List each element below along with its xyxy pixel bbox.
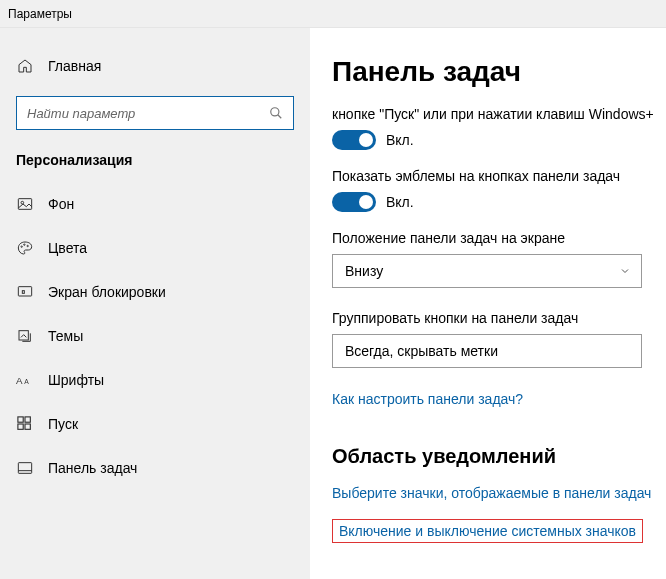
home-nav-item[interactable]: Главная	[0, 46, 310, 86]
svg-text:A: A	[24, 378, 29, 385]
sidebar: Главная Персонализация Фон Цвета	[0, 28, 310, 579]
category-title: Персонализация	[0, 130, 310, 182]
sidebar-item-label: Экран блокировки	[48, 284, 166, 300]
toggle-state-label: Вкл.	[386, 132, 414, 148]
svg-rect-16	[25, 424, 30, 429]
svg-rect-15	[18, 424, 23, 429]
svg-rect-14	[25, 417, 30, 422]
sidebar-item-start[interactable]: Пуск	[0, 402, 310, 446]
svg-text:A: A	[16, 375, 23, 386]
notification-area-heading: Область уведомлений	[332, 445, 666, 468]
window-title: Параметры	[8, 7, 72, 21]
window-titlebar: Параметры	[0, 0, 666, 28]
themes-icon	[16, 327, 34, 345]
picture-icon	[16, 195, 34, 213]
sidebar-item-label: Шрифты	[48, 372, 104, 388]
sidebar-item-label: Пуск	[48, 416, 78, 432]
search-input[interactable]	[27, 106, 269, 121]
chevron-down-icon	[619, 265, 631, 277]
home-icon	[16, 57, 34, 75]
sidebar-item-themes[interactable]: Темы	[0, 314, 310, 358]
sidebar-item-label: Темы	[48, 328, 83, 344]
sidebar-item-background[interactable]: Фон	[0, 182, 310, 226]
lockscreen-icon	[16, 283, 34, 301]
sidebar-item-label: Фон	[48, 196, 74, 212]
sidebar-item-taskbar[interactable]: Панель задач	[0, 446, 310, 490]
taskbar-icon	[16, 459, 34, 477]
svg-rect-8	[22, 291, 24, 294]
page-heading: Панель задач	[332, 56, 666, 88]
main-content: Панель задач кнопке "Пуск" или при нажат…	[310, 28, 666, 579]
svg-line-1	[278, 115, 282, 119]
grouping-label: Группировать кнопки на панели задач	[332, 310, 666, 326]
link-configure-taskbar[interactable]: Как настроить панели задач?	[332, 391, 523, 407]
sidebar-item-label: Панель задач	[48, 460, 137, 476]
svg-rect-7	[18, 287, 31, 296]
svg-point-0	[271, 108, 279, 116]
svg-point-4	[21, 246, 22, 247]
grouping-dropdown-value: Всегда, скрывать метки	[345, 343, 498, 359]
home-label: Главная	[48, 58, 101, 74]
sidebar-item-label: Цвета	[48, 240, 87, 256]
svg-rect-13	[18, 417, 23, 422]
toggle-state-label: Вкл.	[386, 194, 414, 210]
position-dropdown-value: Внизу	[345, 263, 383, 279]
svg-point-6	[27, 245, 28, 246]
setting-label-start-replace: кнопке "Пуск" или при нажатии клавиш Win…	[332, 106, 666, 122]
link-select-icons[interactable]: Выберите значки, отображаемые в панели з…	[332, 485, 651, 501]
sidebar-item-fonts[interactable]: AA Шрифты	[0, 358, 310, 402]
search-box[interactable]	[16, 96, 294, 130]
palette-icon	[16, 239, 34, 257]
grouping-dropdown[interactable]: Всегда, скрывать метки	[332, 334, 642, 368]
sidebar-item-lockscreen[interactable]: Экран блокировки	[0, 270, 310, 314]
sidebar-item-colors[interactable]: Цвета	[0, 226, 310, 270]
start-icon	[16, 415, 34, 433]
position-dropdown[interactable]: Внизу	[332, 254, 642, 288]
fonts-icon: AA	[16, 371, 34, 389]
toggle-start-replace[interactable]	[332, 130, 376, 150]
search-icon	[269, 106, 283, 120]
link-system-icons[interactable]: Включение и выключение системных значков	[332, 519, 643, 543]
position-label: Положение панели задач на экране	[332, 230, 666, 246]
setting-label-badges: Показать эмблемы на кнопках панели задач	[332, 168, 666, 184]
svg-point-5	[24, 244, 25, 245]
toggle-badges[interactable]	[332, 192, 376, 212]
svg-rect-17	[18, 463, 31, 474]
